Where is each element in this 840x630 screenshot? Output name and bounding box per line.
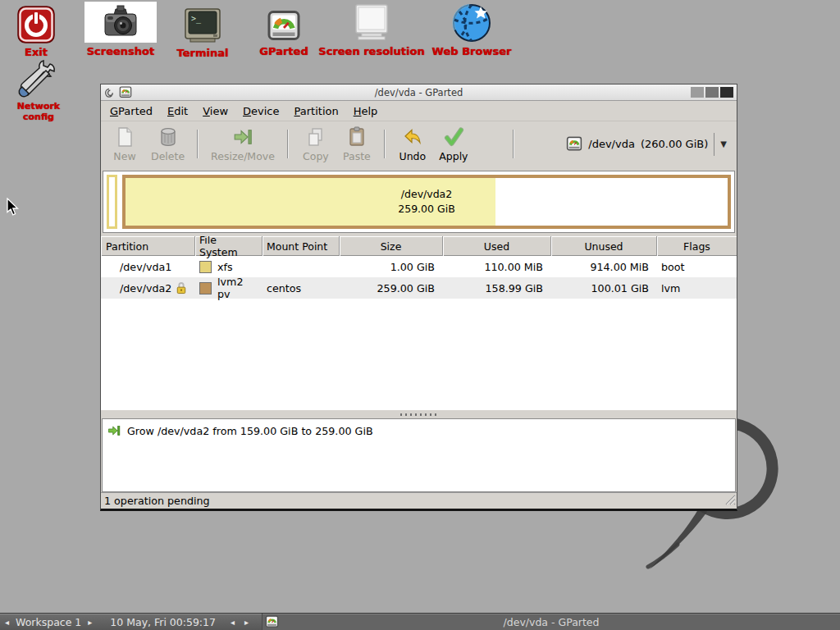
column-header-mount-point[interactable]: Mount Point <box>262 236 340 256</box>
window-titlebar[interactable]: /dev/vda - GParted <box>101 84 737 101</box>
partition-box-vda2[interactable]: /dev/vda2 259.00 GiB <box>122 175 731 229</box>
taskbar: ◂ Workspace 1 ▸ 10 May, Fri 00:59:17 ◂ ▸… <box>0 613 840 630</box>
undo-icon <box>403 126 422 148</box>
desktop-icon-network-config[interactable]: Network config <box>0 57 77 122</box>
desktop-icon-screenshot[interactable]: Screenshot <box>84 2 157 57</box>
window-title: /dev/vda - GParted <box>101 87 737 98</box>
partition-visual-area: /dev/vda2 259.00 GiB <box>101 167 737 236</box>
chevron-down-icon[interactable]: ▼ <box>720 139 727 148</box>
tools-icon <box>0 57 77 98</box>
menu-device[interactable]: Device <box>235 103 286 120</box>
delete-button[interactable]: Delete <box>145 123 190 165</box>
column-header-file-system[interactable]: File System <box>195 236 262 256</box>
window-prev-icon[interactable]: ◂ <box>226 618 240 627</box>
column-header-flags[interactable]: Flags <box>657 236 737 256</box>
desktop-icon-label: Exit <box>10 46 62 58</box>
desktop-icon-label: Web Browser <box>430 45 514 57</box>
resize-move-icon <box>232 126 253 148</box>
splitter-dots <box>400 413 438 416</box>
undo-button[interactable]: Undo <box>392 123 433 165</box>
desktop-icon-screen-resolution[interactable]: Screen resolution <box>317 2 427 57</box>
mount-point-cell <box>262 256 340 277</box>
status-bar: 1 operation pending <box>101 492 737 509</box>
apply-check-icon <box>443 126 464 148</box>
combo-divider <box>714 133 714 156</box>
desktop-icon-terminal[interactable]: >_ Terminal <box>167 3 238 59</box>
toolbar: New Delete Resize/Move <box>101 121 737 167</box>
device-selector[interactable]: /dev/vda (260.00 GiB) ▼ <box>559 127 733 162</box>
partition-caption-size: 259.00 GiB <box>126 202 728 217</box>
task-button-gparted[interactable]: /dev/vda - GParted <box>262 614 840 630</box>
menu-partition[interactable]: Partition <box>287 103 346 120</box>
workspace-indicator[interactable]: Workspace 1 <box>14 616 83 628</box>
flags-cell: boot <box>657 256 737 277</box>
mount-point-cell: centos <box>262 277 340 299</box>
partition-box-vda1[interactable] <box>107 175 117 229</box>
paste-button[interactable]: Paste <box>336 123 377 165</box>
menu-help[interactable]: Help <box>346 103 386 120</box>
pane-splitter-handle[interactable] <box>101 410 737 418</box>
partition-table: Partition File System Mount Point Size U… <box>101 236 737 410</box>
partition-caption: /dev/vda2 259.00 GiB <box>126 187 728 217</box>
minimize-button[interactable] <box>691 87 704 98</box>
operation-text: Grow /dev/vda2 from 159.00 GiB to 259.00… <box>127 425 373 437</box>
desktop-icon-web-browser[interactable]: Web Browser <box>430 2 514 57</box>
desktop-icon-label: Terminal <box>167 47 238 59</box>
unused-cell: 914.00 MiB <box>551 256 657 277</box>
desktop-icon-label: GParted <box>249 45 318 57</box>
partition-cell: /dev/vda2 <box>101 277 195 299</box>
size-cell: 259.00 GiB <box>340 277 443 299</box>
apply-button[interactable]: Apply <box>433 123 474 165</box>
column-header-unused[interactable]: Unused <box>551 236 657 256</box>
maximize-button[interactable] <box>705 87 719 98</box>
window-next-icon[interactable]: ▸ <box>240 618 253 627</box>
camera-icon <box>84 2 157 43</box>
desktop-icon-exit[interactable]: Exit <box>10 2 62 58</box>
taskbar-clock: 10 May, Fri 00:59:17 <box>97 616 226 628</box>
flags-cell: lvm <box>657 277 737 299</box>
task-gparted-icon <box>265 615 279 630</box>
workspace-next-icon[interactable]: ▸ <box>83 618 97 627</box>
desktop-icon-label: Screen resolution <box>317 45 427 57</box>
partition-caption-label: /dev/vda2 <box>126 187 728 202</box>
menu-view[interactable]: View <box>195 103 235 120</box>
table-header-row: Partition File System Mount Point Size U… <box>101 236 737 256</box>
column-header-size[interactable]: Size <box>340 236 443 256</box>
filesystem-cell: xfs <box>195 256 262 277</box>
partition-visual-panel: /dev/vda2 259.00 GiB <box>103 171 735 233</box>
toolbar-separator <box>513 130 514 158</box>
task-button-title: /dev/vda - GParted <box>262 616 840 628</box>
new-partition-icon <box>115 126 135 148</box>
column-header-partition[interactable]: Partition <box>101 236 195 256</box>
size-cell: 1.00 GiB <box>340 256 443 277</box>
workspace-prev-icon[interactable]: ◂ <box>0 618 14 627</box>
toolbar-separator <box>384 130 386 158</box>
resize-grip[interactable] <box>723 492 736 508</box>
status-text: 1 operation pending <box>104 495 210 507</box>
menu-bar: GParted Edit View Device Partition Help <box>101 101 737 121</box>
copy-button[interactable]: Copy <box>295 123 336 165</box>
desktop-icon-label: Network config <box>0 101 77 122</box>
gparted-window: /dev/vda - GParted GParted Edit View Dev… <box>100 84 737 511</box>
desktop-icon-gparted[interactable]: GParted <box>249 7 318 57</box>
used-cell: 158.99 GiB <box>443 277 551 299</box>
table-row-vda1[interactable]: /dev/vda1 xfs 1.00 GiB 110.00 MiB 914.00… <box>101 256 737 277</box>
menu-edit[interactable]: Edit <box>160 103 195 120</box>
partition-cell: /dev/vda1 <box>101 256 195 277</box>
delete-icon <box>158 126 178 148</box>
menu-gparted[interactable]: GParted <box>103 103 160 120</box>
resize-move-button[interactable]: Resize/Move <box>205 123 281 165</box>
gparted-drive-icon <box>249 7 318 43</box>
table-row-vda2[interactable]: /dev/vda2 lvm2 pv centos 259.00 GiB 158.… <box>101 277 737 299</box>
copy-icon <box>306 126 326 148</box>
column-header-used[interactable]: Used <box>443 236 551 256</box>
toolbar-separator <box>287 130 289 158</box>
terminal-icon: >_ <box>167 3 238 44</box>
desktop-icon-label: Screenshot <box>84 45 157 57</box>
mouse-cursor <box>7 198 20 217</box>
monitor-icon <box>317 2 427 43</box>
close-button[interactable] <box>720 87 733 98</box>
lock-icon <box>176 281 187 294</box>
operation-item: Grow /dev/vda2 from 159.00 GiB to 259.00… <box>107 424 730 437</box>
new-button[interactable]: New <box>104 123 145 165</box>
